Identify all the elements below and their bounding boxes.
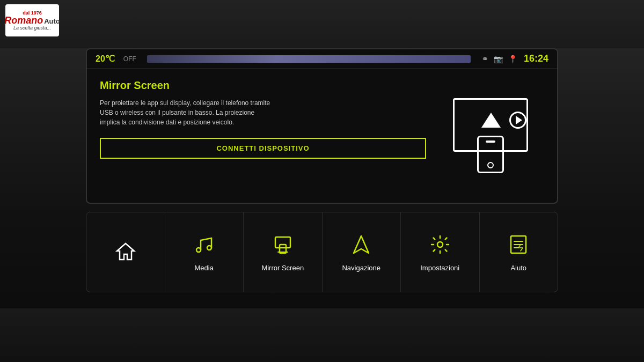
mirror-illustration-area (437, 79, 544, 192)
screen-content: Mirror Screen Per proiettare le app sul … (87, 69, 557, 203)
nav-item-mirror-screen[interactable]: Mirror Screen (244, 212, 323, 292)
phone-home-button (487, 162, 494, 168)
content-left: Mirror Screen Per proiettare le app sul … (100, 79, 426, 192)
nav-item-impostazioni[interactable]: Impostazioni (401, 212, 480, 292)
phone-outline (477, 136, 504, 173)
home-icon (114, 239, 137, 265)
play-triangle-icon (516, 116, 522, 124)
mirror-screen-description: Per proiettare le app sul display, colle… (100, 98, 272, 127)
nav-items: Media Mirror Screen Navigazione (86, 212, 558, 292)
status-bar: 20℃ OFF ⚭ 📷 📍 16:24 (87, 49, 557, 69)
dashboard-bottom (0, 308, 644, 362)
mirror-illustration (442, 98, 539, 173)
status-icons: ⚭ 📷 📍 (481, 54, 517, 64)
logo-auto: Auto (44, 17, 60, 25)
control-panel: Media Mirror Screen Navigazione (86, 212, 558, 292)
nav-arrow-icon (481, 113, 501, 128)
logo-romano: Romano (4, 16, 43, 25)
help-icon (507, 233, 530, 260)
dashboard-top (0, 0, 644, 48)
nav-item-media[interactable]: Media (165, 212, 244, 292)
svg-point-4 (437, 242, 443, 247)
media-label: Media (195, 264, 214, 272)
infotainment-screen: 20℃ OFF ⚭ 📷 📍 16:24 Mirror Screen Per pr… (86, 48, 558, 204)
location-icon: 📍 (508, 55, 517, 63)
audio-bar (147, 55, 471, 63)
navigazione-label: Navigazione (342, 264, 380, 272)
play-circle-icon (509, 112, 526, 129)
svg-rect-2 (275, 237, 290, 248)
off-label: OFF (123, 55, 136, 63)
nav-item-navigazione[interactable]: Navigazione (323, 212, 401, 292)
mirror-screen-title: Mirror Screen (100, 79, 426, 92)
phone-speaker (486, 141, 495, 143)
svg-point-1 (207, 246, 211, 250)
temperature-display: 20℃ (96, 54, 115, 64)
mirror-screen-icon (271, 233, 295, 260)
music-icon (192, 233, 216, 260)
romano-auto-logo: dal 1976 Romano Auto La scelta giusta... (5, 4, 59, 36)
time-display: 16:24 (524, 53, 548, 64)
impostazioni-label: Impostazioni (420, 264, 459, 272)
connect-device-button[interactable]: CONNETTI DISPOSITIVO (100, 138, 426, 159)
svg-point-0 (196, 248, 201, 252)
nav-item-home[interactable] (86, 212, 165, 292)
mirror-screen-label: Mirror Screen (261, 264, 304, 272)
camera-icon: 📷 (494, 55, 503, 63)
bluetooth-icon: ⚭ (481, 54, 488, 64)
logo-tagline: La scelta giusta... (13, 25, 51, 31)
navigation-icon (349, 233, 373, 260)
monitor-icons (481, 112, 526, 129)
aiuto-label: Aiuto (510, 264, 526, 272)
settings-icon (428, 233, 452, 260)
nav-item-aiuto[interactable]: Aiuto (480, 212, 558, 292)
